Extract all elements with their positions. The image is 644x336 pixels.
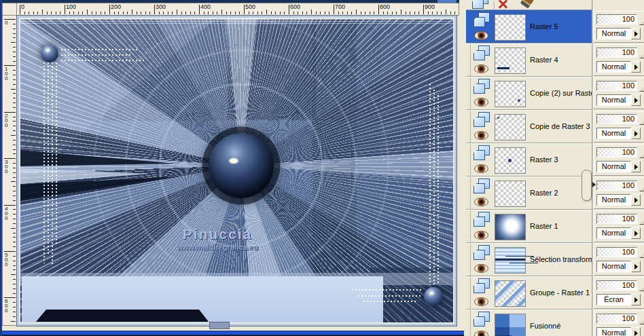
canvas-artwork[interactable]: Pinuccia www.maidiregrafica.eu — [20, 19, 453, 322]
ruler-top-label: 0 — [21, 3, 24, 10]
blend-mode-arrow-button[interactable] — [631, 261, 641, 272]
blend-mode-arrow-button[interactable] — [631, 94, 641, 106]
visibility-eye-icon[interactable] — [474, 64, 488, 73]
opacity-field[interactable]: 100 — [596, 48, 637, 58]
layer-row[interactable]: Copie (2) sur Raster 3 — [466, 77, 592, 110]
visibility-eye-icon[interactable] — [474, 131, 488, 140]
blend-mode-dropdown[interactable]: Normal — [596, 327, 631, 336]
layer-thumbnail[interactable] — [495, 81, 526, 107]
layer-thumbnail[interactable] — [495, 181, 526, 207]
visibility-eye-icon[interactable] — [474, 198, 488, 206]
opacity-field[interactable]: 100 — [596, 314, 637, 324]
blend-mode-arrow-button[interactable] — [631, 194, 641, 206]
palette-splitter-handle[interactable] — [582, 170, 592, 201]
layer-thumbnail[interactable] — [495, 14, 526, 41]
thumbnail-content — [495, 181, 525, 206]
opacity-field[interactable]: 100 — [596, 280, 637, 291]
right-arrow-icon — [634, 131, 638, 136]
right-arrow-icon — [634, 331, 638, 336]
layer-row[interactable]: Raster 3 — [466, 143, 592, 176]
blend-mode-arrow-button[interactable] — [631, 28, 641, 39]
layer-thumbnail[interactable] — [495, 280, 526, 307]
blend-mode-arrow-button[interactable] — [631, 294, 641, 305]
layer-row[interactable]: Copie de Raster 3 — [466, 110, 592, 143]
layer-thumbnail[interactable] — [495, 214, 526, 240]
layers-palette: Raster 5 Raster 4 Copie (2) sur Raster 3… — [464, 0, 644, 336]
layer-thumbnail[interactable] — [495, 48, 526, 74]
right-arrow-icon — [634, 264, 638, 269]
layer-name: Copie de Raster 3 — [530, 110, 590, 143]
ruler-top-label: 700 — [335, 3, 345, 10]
opacity-field[interactable]: 100 — [596, 214, 637, 224]
opacity-field[interactable]: 100 — [596, 181, 637, 191]
opacity-field[interactable]: 100 — [596, 114, 637, 124]
visibility-eye-icon[interactable] — [474, 164, 488, 173]
layer-row[interactable]: Raster 4 — [466, 43, 592, 77]
opacity-field[interactable]: 100 — [596, 147, 637, 157]
blend-mode-arrow-button[interactable] — [631, 327, 641, 336]
ruler-left-label: 600 — [5, 299, 7, 313]
layer-row[interactable]: Raster 2 — [466, 176, 592, 210]
opacity-slider-thumb[interactable] — [639, 151, 644, 158]
right-arrow-icon — [634, 164, 638, 170]
blend-mode-arrow-button[interactable] — [631, 161, 641, 172]
layer-row[interactable]: Raster 1 — [466, 210, 592, 243]
blend-mode-dropdown[interactable]: Normal — [596, 227, 631, 239]
blend-mode-dropdown[interactable]: Normal — [596, 128, 631, 139]
layer-pages-icon — [473, 12, 491, 29]
edit-brush-icon[interactable] — [520, 0, 535, 9]
layer-controls-block: 100 Normal — [594, 210, 644, 242]
opacity-slider-thumb[interactable] — [639, 51, 644, 58]
opacity-field[interactable]: 100 — [596, 81, 637, 91]
ruler-top: 0100200300400500600700800900 — [17, 3, 459, 16]
visibility-eye-icon[interactable] — [474, 331, 488, 336]
visibility-eye-icon[interactable] — [474, 31, 488, 40]
opacity-slider-thumb[interactable] — [639, 84, 644, 92]
visibility-eye-icon[interactable] — [474, 231, 488, 240]
layer-controls-block: 100 Normal — [594, 44, 644, 75]
right-arrow-icon — [634, 31, 638, 37]
opacity-slider-thumb[interactable] — [639, 184, 644, 191]
visibility-eye-icon[interactable] — [474, 264, 488, 273]
blend-mode-dropdown[interactable]: Écran — [596, 294, 631, 305]
blend-mode-dropdown[interactable]: Normal — [596, 94, 631, 106]
right-arrow-icon — [634, 98, 638, 103]
opacity-slider-thumb[interactable] — [639, 317, 644, 324]
layer-row[interactable]: Fusionné — [466, 310, 592, 336]
layer-controls-block: 100 Normal — [594, 144, 644, 175]
opacity-slider-thumb[interactable] — [639, 117, 644, 125]
blend-mode-arrow-button[interactable] — [631, 61, 641, 73]
blend-mode-dropdown[interactable]: Normal — [596, 261, 631, 272]
layer-name: Groupe - Raster 1 — [530, 276, 590, 309]
blend-mode-dropdown[interactable]: Normal — [596, 61, 631, 73]
layer-thumbnail[interactable] — [495, 147, 526, 174]
dotted-line — [363, 301, 418, 302]
opacity-field[interactable]: 100 — [596, 14, 637, 24]
layer-row[interactable]: Groupe - Raster 1 — [466, 276, 592, 310]
opacity-slider-thumb[interactable] — [639, 250, 644, 258]
blend-mode-dropdown[interactable]: Normal — [596, 194, 631, 206]
dotted-line — [433, 90, 435, 285]
layer-controls-block: 100 Normal — [594, 310, 644, 336]
ruler-corner — [2, 3, 17, 16]
visibility-eye-icon[interactable] — [474, 98, 488, 107]
dotted-line — [437, 95, 439, 285]
thumbnail-content — [495, 281, 525, 306]
layer-thumbnail[interactable] — [495, 247, 526, 274]
opacity-slider-thumb[interactable] — [639, 284, 644, 291]
visibility-eye-icon[interactable] — [474, 297, 488, 306]
blend-mode-dropdown[interactable]: Normal — [596, 161, 631, 172]
layer-thumbnail[interactable] — [495, 314, 526, 336]
opacity-slider-thumb[interactable] — [639, 18, 644, 25]
new-layer-icon[interactable] — [472, 0, 490, 10]
opacity-slider-thumb[interactable] — [639, 217, 644, 225]
layer-row[interactable]: Sélection transformée — [466, 243, 592, 276]
layer-row[interactable]: Raster 5 — [466, 10, 592, 43]
opacity-field[interactable]: 100 — [596, 247, 637, 257]
blend-mode-dropdown[interactable]: Normal — [596, 28, 631, 39]
ruler-top-label: 800 — [380, 3, 390, 10]
blend-mode-arrow-button[interactable] — [631, 128, 641, 139]
layer-controls-block: 100 Normal — [594, 244, 644, 275]
blend-mode-arrow-button[interactable] — [631, 227, 641, 239]
layer-thumbnail[interactable] — [495, 114, 526, 141]
